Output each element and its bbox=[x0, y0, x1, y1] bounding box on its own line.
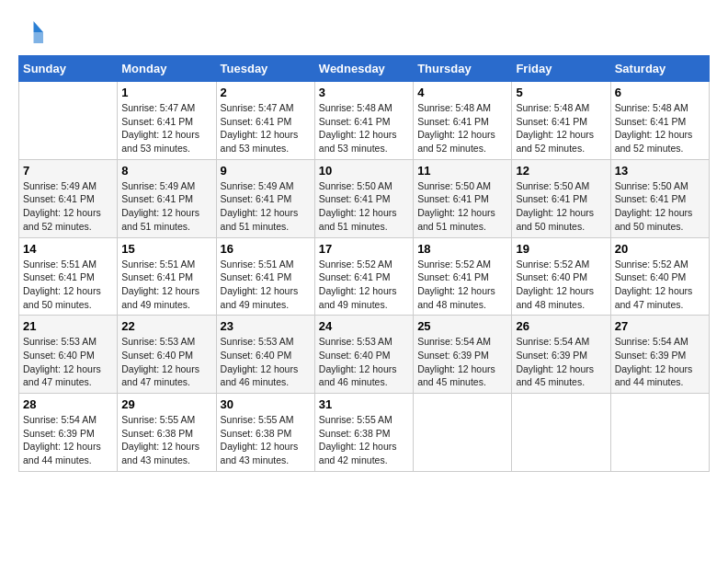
calendar-cell: 1Sunrise: 5:47 AMSunset: 6:41 PMDaylight… bbox=[118, 82, 216, 160]
column-header-tuesday: Tuesday bbox=[216, 56, 314, 82]
calendar-cell bbox=[512, 394, 610, 472]
calendar-cell: 21Sunrise: 5:53 AMSunset: 6:40 PMDayligh… bbox=[19, 316, 118, 394]
day-info: Sunrise: 5:55 AMSunset: 6:38 PMDaylight:… bbox=[121, 413, 211, 467]
calendar-cell: 28Sunrise: 5:54 AMSunset: 6:39 PMDayligh… bbox=[19, 394, 118, 472]
calendar-cell: 5Sunrise: 5:48 AMSunset: 6:41 PMDaylight… bbox=[512, 82, 610, 160]
calendar-cell: 9Sunrise: 5:49 AMSunset: 6:41 PMDaylight… bbox=[216, 159, 314, 237]
day-info: Sunrise: 5:48 AMSunset: 6:41 PMDaylight:… bbox=[615, 101, 705, 155]
calendar-cell: 15Sunrise: 5:51 AMSunset: 6:41 PMDayligh… bbox=[118, 237, 216, 316]
day-info: Sunrise: 5:55 AMSunset: 6:38 PMDaylight:… bbox=[221, 413, 311, 467]
day-info: Sunrise: 5:50 AMSunset: 6:41 PMDaylight:… bbox=[516, 179, 606, 234]
calendar-cell: 19Sunrise: 5:52 AMSunset: 6:40 PMDayligh… bbox=[512, 237, 610, 316]
calendar-cell: 6Sunrise: 5:48 AMSunset: 6:41 PMDaylight… bbox=[610, 82, 709, 160]
calendar-cell: 10Sunrise: 5:50 AMSunset: 6:41 PMDayligh… bbox=[314, 159, 413, 237]
svg-marker-0 bbox=[34, 21, 44, 32]
day-info: Sunrise: 5:53 AMSunset: 6:40 PMDaylight:… bbox=[23, 335, 113, 389]
day-number: 12 bbox=[516, 164, 606, 178]
day-number: 10 bbox=[319, 164, 409, 178]
calendar-week-row: 7Sunrise: 5:49 AMSunset: 6:41 PMDaylight… bbox=[19, 159, 710, 237]
calendar-cell: 8Sunrise: 5:49 AMSunset: 6:41 PMDaylight… bbox=[118, 159, 216, 237]
calendar-week-row: 21Sunrise: 5:53 AMSunset: 6:40 PMDayligh… bbox=[19, 316, 710, 394]
day-number: 13 bbox=[615, 164, 705, 178]
calendar-cell bbox=[19, 82, 118, 160]
day-number: 2 bbox=[221, 86, 311, 99]
calendar-cell: 11Sunrise: 5:50 AMSunset: 6:41 PMDayligh… bbox=[414, 159, 512, 237]
day-info: Sunrise: 5:47 AMSunset: 6:41 PMDaylight:… bbox=[121, 101, 211, 155]
day-number: 11 bbox=[417, 164, 507, 178]
day-info: Sunrise: 5:50 AMSunset: 6:41 PMDaylight:… bbox=[615, 179, 705, 234]
calendar-week-row: 14Sunrise: 5:51 AMSunset: 6:41 PMDayligh… bbox=[19, 237, 710, 316]
day-number: 16 bbox=[221, 242, 311, 256]
calendar-cell: 23Sunrise: 5:53 AMSunset: 6:40 PMDayligh… bbox=[216, 316, 314, 394]
calendar-cell bbox=[610, 394, 709, 472]
day-info: Sunrise: 5:52 AMSunset: 6:40 PMDaylight:… bbox=[615, 258, 705, 312]
column-header-sunday: Sunday bbox=[19, 56, 118, 82]
day-info: Sunrise: 5:50 AMSunset: 6:41 PMDaylight:… bbox=[319, 179, 409, 234]
calendar-cell: 24Sunrise: 5:53 AMSunset: 6:40 PMDayligh… bbox=[314, 316, 413, 394]
calendar-cell: 4Sunrise: 5:48 AMSunset: 6:41 PMDaylight… bbox=[414, 82, 512, 160]
day-number: 15 bbox=[121, 242, 211, 256]
calendar-cell: 13Sunrise: 5:50 AMSunset: 6:41 PMDayligh… bbox=[610, 159, 709, 237]
calendar-cell: 29Sunrise: 5:55 AMSunset: 6:38 PMDayligh… bbox=[118, 394, 216, 472]
calendar-cell: 7Sunrise: 5:49 AMSunset: 6:41 PMDaylight… bbox=[19, 159, 118, 237]
calendar-cell: 22Sunrise: 5:53 AMSunset: 6:40 PMDayligh… bbox=[118, 316, 216, 394]
column-header-saturday: Saturday bbox=[610, 56, 709, 82]
day-number: 7 bbox=[23, 164, 113, 178]
calendar-cell: 2Sunrise: 5:47 AMSunset: 6:41 PMDaylight… bbox=[216, 82, 314, 160]
day-info: Sunrise: 5:54 AMSunset: 6:39 PMDaylight:… bbox=[516, 335, 606, 389]
day-number: 31 bbox=[319, 397, 409, 411]
day-info: Sunrise: 5:51 AMSunset: 6:41 PMDaylight:… bbox=[221, 258, 311, 312]
day-number: 23 bbox=[221, 319, 311, 333]
day-info: Sunrise: 5:52 AMSunset: 6:40 PMDaylight:… bbox=[516, 258, 606, 312]
day-info: Sunrise: 5:53 AMSunset: 6:40 PMDaylight:… bbox=[319, 335, 409, 389]
day-info: Sunrise: 5:47 AMSunset: 6:41 PMDaylight:… bbox=[221, 101, 311, 155]
svg-marker-1 bbox=[34, 32, 44, 43]
day-number: 1 bbox=[121, 86, 211, 99]
day-number: 6 bbox=[615, 86, 705, 99]
day-number: 8 bbox=[121, 164, 211, 178]
day-number: 18 bbox=[417, 242, 507, 256]
calendar-cell bbox=[414, 394, 512, 472]
logo bbox=[18, 18, 50, 46]
calendar-cell: 30Sunrise: 5:55 AMSunset: 6:38 PMDayligh… bbox=[216, 394, 314, 472]
logo-icon bbox=[18, 18, 46, 46]
day-info: Sunrise: 5:48 AMSunset: 6:41 PMDaylight:… bbox=[319, 101, 409, 155]
day-number: 14 bbox=[23, 242, 113, 256]
column-header-friday: Friday bbox=[512, 56, 610, 82]
calendar-cell: 14Sunrise: 5:51 AMSunset: 6:41 PMDayligh… bbox=[19, 237, 118, 316]
day-info: Sunrise: 5:55 AMSunset: 6:38 PMDaylight:… bbox=[319, 413, 409, 467]
day-info: Sunrise: 5:53 AMSunset: 6:40 PMDaylight:… bbox=[121, 335, 211, 389]
day-number: 24 bbox=[319, 319, 409, 333]
day-info: Sunrise: 5:54 AMSunset: 6:39 PMDaylight:… bbox=[417, 335, 507, 389]
column-header-monday: Monday bbox=[118, 56, 216, 82]
day-number: 26 bbox=[516, 319, 606, 333]
calendar-cell: 31Sunrise: 5:55 AMSunset: 6:38 PMDayligh… bbox=[314, 394, 413, 472]
calendar-week-row: 1Sunrise: 5:47 AMSunset: 6:41 PMDaylight… bbox=[19, 82, 710, 160]
calendar-cell: 27Sunrise: 5:54 AMSunset: 6:39 PMDayligh… bbox=[610, 316, 709, 394]
page-header bbox=[18, 18, 710, 46]
calendar-cell: 16Sunrise: 5:51 AMSunset: 6:41 PMDayligh… bbox=[216, 237, 314, 316]
day-number: 17 bbox=[319, 242, 409, 256]
calendar-cell: 26Sunrise: 5:54 AMSunset: 6:39 PMDayligh… bbox=[512, 316, 610, 394]
day-info: Sunrise: 5:51 AMSunset: 6:41 PMDaylight:… bbox=[23, 258, 113, 312]
column-header-thursday: Thursday bbox=[414, 56, 512, 82]
calendar-cell: 17Sunrise: 5:52 AMSunset: 6:41 PMDayligh… bbox=[314, 237, 413, 316]
day-info: Sunrise: 5:52 AMSunset: 6:41 PMDaylight:… bbox=[417, 258, 507, 312]
day-info: Sunrise: 5:54 AMSunset: 6:39 PMDaylight:… bbox=[23, 413, 113, 467]
day-info: Sunrise: 5:49 AMSunset: 6:41 PMDaylight:… bbox=[23, 179, 113, 234]
day-info: Sunrise: 5:50 AMSunset: 6:41 PMDaylight:… bbox=[417, 179, 507, 234]
day-number: 4 bbox=[417, 86, 507, 99]
day-number: 30 bbox=[221, 397, 311, 411]
day-number: 22 bbox=[121, 319, 211, 333]
day-info: Sunrise: 5:51 AMSunset: 6:41 PMDaylight:… bbox=[121, 258, 211, 312]
calendar-week-row: 28Sunrise: 5:54 AMSunset: 6:39 PMDayligh… bbox=[19, 394, 710, 472]
column-header-wednesday: Wednesday bbox=[314, 56, 413, 82]
calendar-cell: 18Sunrise: 5:52 AMSunset: 6:41 PMDayligh… bbox=[414, 237, 512, 316]
calendar-cell: 12Sunrise: 5:50 AMSunset: 6:41 PMDayligh… bbox=[512, 159, 610, 237]
day-info: Sunrise: 5:48 AMSunset: 6:41 PMDaylight:… bbox=[516, 101, 606, 155]
day-number: 27 bbox=[615, 319, 705, 333]
day-number: 21 bbox=[23, 319, 113, 333]
day-number: 19 bbox=[516, 242, 606, 256]
day-info: Sunrise: 5:52 AMSunset: 6:41 PMDaylight:… bbox=[319, 258, 409, 312]
calendar-table: SundayMondayTuesdayWednesdayThursdayFrid… bbox=[18, 55, 710, 472]
